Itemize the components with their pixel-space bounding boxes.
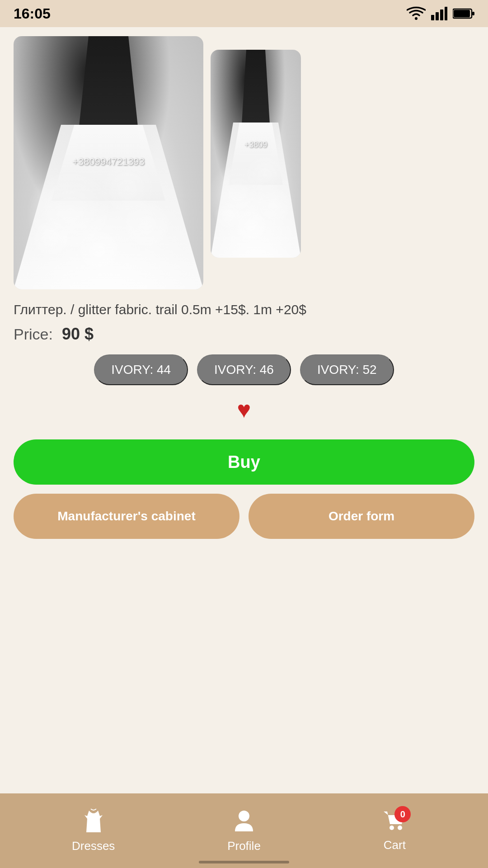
status-bar: 16:05 <box>0 0 488 27</box>
svg-point-8 <box>239 811 249 821</box>
svg-rect-4 <box>445 7 447 20</box>
product-description: Глиттер. / glitter fabric. trail 0.5m +1… <box>14 300 474 319</box>
cart-icon: 0 <box>383 810 406 835</box>
watermark-main: +380994721393 <box>72 156 145 168</box>
wifi-icon <box>407 6 426 21</box>
size-ivory-44[interactable]: IVORY: 44 <box>94 354 188 385</box>
nav-item-profile[interactable]: Profile <box>169 809 319 853</box>
svg-point-0 <box>415 17 418 20</box>
bottom-nav: Dresses Profile 0 Cart <box>0 793 488 868</box>
favorite-row: ♥ <box>14 396 474 423</box>
svg-rect-3 <box>440 9 443 20</box>
price-label: Price: <box>14 326 53 343</box>
svg-rect-7 <box>472 12 474 15</box>
size-ivory-46[interactable]: IVORY: 46 <box>197 354 291 385</box>
nav-item-cart[interactable]: 0 Cart <box>319 810 470 852</box>
dresses-label: Dresses <box>72 839 115 853</box>
manufacturer-cabinet-button[interactable]: Manufacturer's cabinet <box>14 494 239 539</box>
cart-label: Cart <box>384 838 406 852</box>
main-content: +380994721393 +3809 Глиттер. / glitter f… <box>0 27 488 793</box>
watermark-secondary: +3809 <box>244 140 267 150</box>
svg-point-10 <box>398 826 402 830</box>
price-row: Price: 90 $ <box>14 325 474 344</box>
favorite-heart-icon[interactable]: ♥ <box>237 396 251 423</box>
secondary-product-image[interactable]: +3809 <box>211 50 301 258</box>
buy-button[interactable]: Buy <box>14 439 474 485</box>
home-indicator <box>199 861 289 863</box>
svg-rect-1 <box>431 15 434 20</box>
profile-icon <box>234 809 254 835</box>
profile-label: Profile <box>227 839 261 853</box>
signal-icon <box>431 7 447 20</box>
size-options: IVORY: 44 IVORY: 46 IVORY: 52 <box>14 354 474 385</box>
order-form-button[interactable]: Order form <box>249 494 474 539</box>
svg-rect-6 <box>454 10 470 17</box>
battery-icon <box>453 8 474 19</box>
status-time: 16:05 <box>14 5 51 22</box>
secondary-buttons: Manufacturer's cabinet Order form <box>14 494 474 539</box>
size-ivory-52[interactable]: IVORY: 52 <box>300 354 394 385</box>
price-value: 90 $ <box>62 325 94 344</box>
status-icons <box>407 6 474 21</box>
main-product-image[interactable]: +380994721393 <box>14 36 203 289</box>
svg-point-9 <box>389 826 394 830</box>
product-images: +380994721393 +3809 <box>14 36 474 289</box>
cart-badge: 0 <box>394 806 411 822</box>
svg-rect-2 <box>436 12 439 20</box>
nav-item-dresses[interactable]: Dresses <box>18 809 169 853</box>
dresses-icon <box>83 809 104 835</box>
